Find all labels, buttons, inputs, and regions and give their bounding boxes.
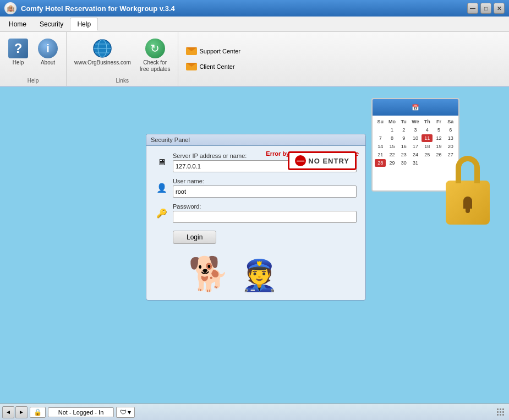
- security-panel: Security Panel Error by connecting to da…: [146, 134, 366, 301]
- support-envelope-icon: [186, 46, 197, 57]
- cal-cell: [375, 126, 386, 134]
- menu-security[interactable]: Security: [33, 18, 70, 30]
- no-entry-area: — NO ENTRY: [288, 151, 357, 170]
- orgbusiness-button-label: www.OrgBusiness.com: [74, 59, 131, 66]
- cal-cell: 14: [375, 143, 386, 150]
- minimize-button[interactable]: —: [467, 3, 478, 14]
- cal-cell: 7: [375, 134, 386, 142]
- help-button[interactable]: ? Help: [4, 36, 32, 68]
- about-icon: i: [38, 39, 58, 58]
- police-figure: 👮: [240, 258, 278, 293]
- titlebar-controls: — □ ✕: [467, 3, 505, 14]
- cal-cell: 22: [386, 151, 397, 159]
- cal-cell: 5: [433, 126, 444, 134]
- ribbon-help-buttons: ? Help i About: [4, 34, 62, 75]
- username-field-wrap: User name:: [173, 178, 357, 198]
- password-row: 🔑 Password:: [155, 203, 357, 223]
- menu-home[interactable]: Home: [2, 18, 33, 30]
- server-icon: 🖥: [155, 156, 168, 169]
- cal-day-fr: Fr: [433, 118, 444, 126]
- statusbar-nav: ◄ ►: [2, 406, 28, 418]
- cal-cell: 30: [398, 159, 409, 167]
- shield-dropdown-icon: ▾: [128, 408, 131, 416]
- lock-keyhole: [463, 197, 472, 209]
- cal-cell: 13: [445, 134, 456, 142]
- ribbon: ? Help i About Help: [0, 32, 509, 87]
- no-entry-text: NO ENTRY: [308, 157, 349, 165]
- cal-cell: 4: [422, 126, 433, 134]
- cal-cell: 9: [398, 134, 409, 142]
- calendar-header: 📅: [373, 99, 458, 116]
- main-content: Security Panel Error by connecting to da…: [0, 87, 509, 401]
- cal-cell: 17: [410, 143, 421, 150]
- ribbon-right: Support Center Client Center: [178, 32, 248, 86]
- cal-cell-highlighted-11: 11: [422, 134, 433, 142]
- security-panel-content: Error by connecting to database 🖥 Server…: [146, 146, 365, 300]
- cal-cell: 12: [433, 134, 444, 142]
- checkupdates-button[interactable]: ↻ Check forfree updates: [136, 36, 174, 75]
- cal-cell: 6: [445, 126, 456, 134]
- cal-day-we: We: [410, 118, 421, 126]
- username-input[interactable]: [173, 186, 357, 198]
- cal-cell: 31: [410, 159, 421, 167]
- user-icon: 👤: [155, 181, 168, 194]
- support-center-button[interactable]: Support Center: [183, 45, 244, 58]
- cal-cell: 21: [375, 151, 386, 159]
- statusbar-right: [495, 406, 507, 418]
- about-button-label: About: [41, 59, 55, 66]
- ribbon-group-help-label: Help: [28, 75, 39, 84]
- lock-decoration: [437, 153, 498, 230]
- ribbon-links-buttons: www.OrgBusiness.com ↻ Check forfree upda…: [71, 34, 173, 75]
- maximize-button[interactable]: □: [480, 3, 491, 14]
- client-center-label: Client Center: [199, 63, 234, 70]
- statusbar-lock[interactable]: 🔒: [30, 407, 46, 418]
- titlebar: 🏨 Comfy Hotel Reservation for Workgroup …: [0, 0, 509, 17]
- password-field-wrap: Password:: [173, 203, 357, 223]
- no-entry-sign: — NO ENTRY: [288, 151, 357, 170]
- lock-shackle: [456, 156, 480, 183]
- cal-cell: 29: [386, 159, 397, 167]
- security-panel-title: Security Panel: [146, 134, 365, 146]
- menubar: Home Security Help: [0, 17, 509, 32]
- client-center-button[interactable]: Client Center: [183, 60, 244, 73]
- username-row: 👤 User name: — NO ENTRY: [155, 178, 357, 198]
- ribbon-group-help: ? Help i About Help: [0, 32, 67, 86]
- titlebar-left: 🏨 Comfy Hotel Reservation for Workgroup …: [4, 2, 175, 14]
- cal-cell: 8: [386, 134, 397, 142]
- cal-day-th: Th: [422, 118, 433, 126]
- window-title: Comfy Hotel Reservation for Workgroup v.…: [21, 4, 175, 13]
- username-label: User name:: [173, 178, 357, 184]
- cal-cell: [422, 159, 433, 167]
- lock-icon: 🔒: [34, 408, 42, 416]
- cal-cell: 19: [433, 143, 444, 150]
- cal-cell: 23: [398, 151, 409, 159]
- lock-body: [446, 181, 490, 225]
- cal-day-su: Su: [375, 118, 386, 126]
- cal-day-mo: Mo: [386, 118, 397, 126]
- close-button[interactable]: ✕: [494, 3, 505, 14]
- cal-cell: 1: [386, 126, 397, 134]
- no-entry-circle: —: [295, 155, 306, 166]
- cal-cell: 18: [422, 143, 433, 150]
- cal-cell: 16: [398, 143, 409, 150]
- cal-cell: 20: [445, 143, 456, 150]
- about-button[interactable]: i About: [34, 36, 62, 68]
- password-input[interactable]: [173, 211, 357, 223]
- checkupdates-button-label: Check forfree updates: [140, 59, 171, 73]
- statusbar-shield[interactable]: 🛡 ▾: [116, 407, 135, 418]
- cal-cell: 10: [410, 134, 421, 142]
- nav-next-button[interactable]: ►: [15, 406, 28, 418]
- login-button[interactable]: Login: [173, 231, 216, 244]
- help-button-label: Help: [13, 59, 24, 66]
- menu-help[interactable]: Help: [70, 18, 98, 31]
- globe-icon: [92, 39, 112, 58]
- status-text: Not - Logged - In: [48, 407, 114, 417]
- orgbusiness-button[interactable]: www.OrgBusiness.com: [71, 36, 134, 68]
- dog-figure: 🐕: [188, 254, 229, 293]
- nav-prev-button[interactable]: ◄: [2, 406, 14, 418]
- app-icon: 🏨: [4, 2, 17, 14]
- cal-cell: 25: [422, 151, 433, 159]
- resize-grip: [495, 406, 507, 418]
- cal-day-tu: Tu: [398, 118, 409, 126]
- statusbar: ◄ ► 🔒 Not - Logged - In 🛡 ▾: [0, 403, 509, 420]
